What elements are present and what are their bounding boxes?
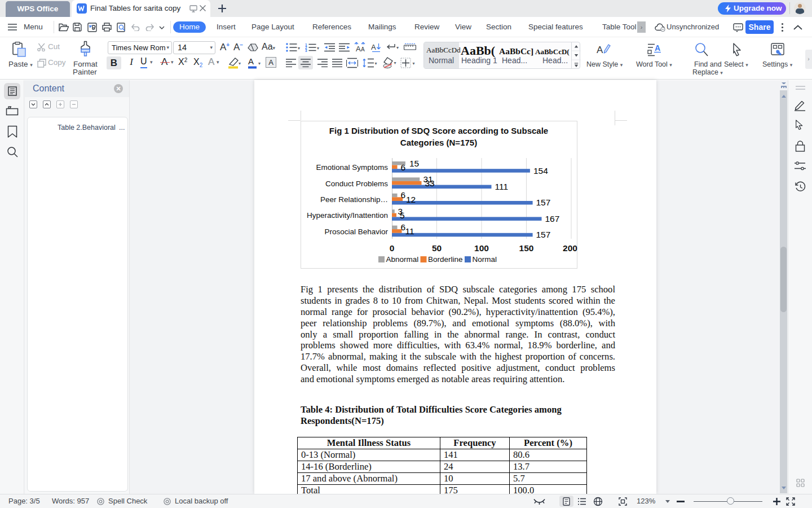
svg-text:6: 6 — [401, 163, 406, 172]
svg-text:3: 3 — [305, 49, 307, 52]
svg-text:157: 157 — [536, 198, 551, 207]
svg-text:Abnormal: Abnormal — [386, 255, 419, 264]
svg-text:Fig 1 Distribution of SDQ Scor: Fig 1 Distribution of SDQ Score accordin… — [329, 126, 548, 135]
svg-text:Hyperactivity/Inattention: Hyperactivity/Inattention — [307, 211, 388, 220]
svg-text:6: 6 — [401, 190, 406, 200]
svg-text:▾: ▾ — [396, 45, 399, 50]
svg-text:33: 33 — [425, 178, 435, 188]
svg-text:167: 167 — [545, 214, 560, 224]
svg-text:150: 150 — [519, 243, 534, 253]
svg-text:100: 100 — [474, 243, 489, 253]
svg-text:50: 50 — [432, 243, 442, 253]
svg-text:▾: ▾ — [239, 61, 241, 66]
svg-text:▾: ▾ — [258, 61, 261, 66]
svg-text:200: 200 — [563, 243, 577, 253]
svg-text:A: A — [597, 45, 603, 55]
svg-text:Borderline: Borderline — [428, 255, 463, 264]
svg-text:A: A — [361, 46, 365, 52]
svg-text:A: A — [371, 43, 376, 51]
svg-text:▾: ▾ — [394, 60, 396, 65]
svg-text:154: 154 — [533, 166, 548, 176]
svg-text:157: 157 — [536, 230, 551, 239]
svg-text:Emotional Symptoms: Emotional Symptoms — [316, 163, 388, 172]
svg-text:A: A — [356, 45, 361, 52]
svg-text:▾: ▾ — [298, 46, 300, 51]
svg-text:0: 0 — [390, 243, 395, 253]
svg-text:A: A — [248, 57, 254, 66]
svg-text:15: 15 — [409, 159, 419, 168]
svg-text:111: 111 — [495, 182, 509, 191]
svg-text:Peer Relationship…: Peer Relationship… — [320, 195, 388, 204]
svg-text:▾: ▾ — [375, 61, 377, 66]
svg-text:▾: ▾ — [317, 46, 319, 51]
svg-text:5: 5 — [400, 211, 405, 220]
svg-text:12: 12 — [406, 195, 416, 204]
svg-text:Categories (N=175): Categories (N=175) — [400, 138, 477, 147]
svg-text:Conduct Problems: Conduct Problems — [325, 179, 388, 188]
svg-text:Normal: Normal — [473, 255, 497, 264]
svg-text:A: A — [655, 43, 660, 52]
svg-text:▾: ▾ — [413, 61, 415, 66]
svg-text:Prosocial Behavior: Prosocial Behavior — [324, 227, 388, 236]
svg-text:11: 11 — [405, 226, 414, 236]
